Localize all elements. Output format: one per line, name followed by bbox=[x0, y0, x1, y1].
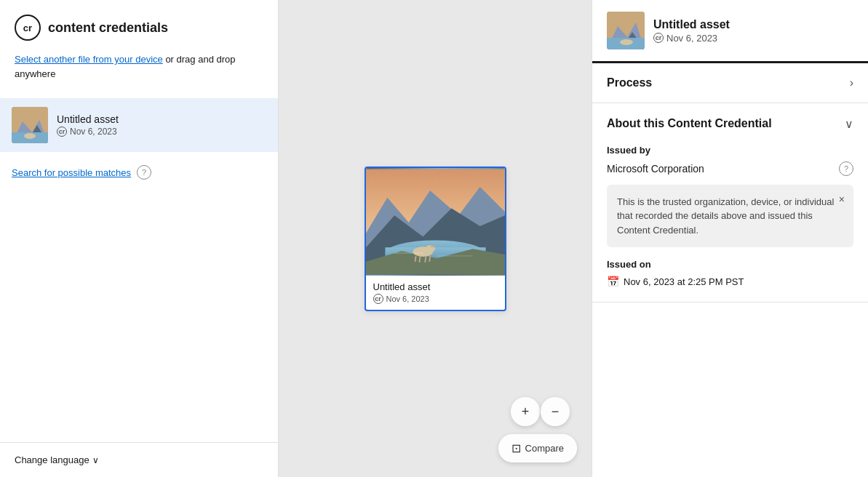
process-section-title: Process bbox=[607, 76, 652, 89]
change-language-button[interactable]: Change language ∨ bbox=[15, 454, 263, 465]
svg-line-17 bbox=[431, 244, 432, 247]
image-card[interactable]: Untitled asset cr Nov 6, 2023 bbox=[365, 167, 506, 311]
select-file-link[interactable]: Select another file from your device bbox=[15, 54, 163, 65]
chevron-down-icon: ∨ bbox=[92, 455, 99, 465]
zoom-in-button[interactable]: + bbox=[511, 397, 540, 426]
sidebar-footer: Change language ∨ bbox=[0, 442, 278, 477]
rp-asset-date: cr Nov 6, 2023 bbox=[653, 33, 730, 44]
svg-line-14 bbox=[419, 256, 420, 262]
issued-by-label: Issued by bbox=[607, 145, 853, 156]
about-chevron-icon: ∨ bbox=[845, 117, 853, 131]
image-card-footer: Untitled asset cr Nov 6, 2023 bbox=[366, 276, 505, 310]
issued-on-date: 📅 Nov 6, 2023 at 2:25 PM PST bbox=[607, 276, 853, 287]
issued-on-label: Issued on bbox=[607, 259, 853, 270]
asset-list-item[interactable]: Untitled asset cr Nov 6, 2023 bbox=[0, 98, 278, 152]
select-file-text: Select another file from your device or … bbox=[15, 52, 263, 81]
tooltip-close-button[interactable]: × bbox=[839, 192, 845, 207]
sidebar-header: cr content credentials Select another fi… bbox=[0, 0, 278, 92]
rp-asset-header: Untitled asset cr Nov 6, 2023 bbox=[592, 0, 868, 63]
calendar-icon: 📅 bbox=[607, 276, 619, 287]
thumbnail-image bbox=[12, 107, 48, 143]
tooltip-box: This is the trusted organization, device… bbox=[607, 185, 853, 248]
issued-by-row: Microsoft Corporation ? bbox=[607, 161, 853, 176]
process-chevron-right-icon: › bbox=[850, 76, 853, 89]
about-section-header[interactable]: About this Content Credential ∨ bbox=[592, 103, 868, 145]
process-section-header[interactable]: Process › bbox=[592, 63, 868, 103]
search-matches-help-icon[interactable]: ? bbox=[137, 165, 151, 180]
rp-asset-info: Untitled asset cr Nov 6, 2023 bbox=[653, 18, 730, 44]
search-matches-link[interactable]: Search for possible matches bbox=[12, 167, 131, 178]
asset-name: Untitled asset bbox=[57, 113, 119, 125]
rp-cr-badge: cr bbox=[653, 33, 664, 43]
image-card-name: Untitled asset bbox=[373, 281, 498, 292]
svg-line-15 bbox=[425, 256, 426, 262]
rp-asset-thumbnail bbox=[607, 12, 645, 49]
svg-point-25 bbox=[620, 39, 633, 45]
mountain-svg bbox=[366, 168, 505, 276]
image-card-date: cr Nov 6, 2023 bbox=[373, 294, 498, 304]
app-title: content credentials bbox=[48, 20, 168, 36]
image-card-cr-badge: cr bbox=[373, 294, 383, 304]
asset-thumbnail bbox=[12, 107, 48, 143]
svg-line-13 bbox=[415, 256, 415, 262]
sidebar: cr content credentials Select another fi… bbox=[0, 0, 279, 477]
issued-by-name: Microsoft Corporation bbox=[607, 163, 704, 175]
content-credentials-logo-icon: cr bbox=[15, 15, 41, 41]
about-section-title: About this Content Credential bbox=[607, 116, 772, 132]
compare-icon: ⊡ bbox=[511, 441, 521, 455]
image-card-artwork bbox=[366, 168, 505, 276]
svg-line-16 bbox=[429, 256, 430, 262]
sidebar-spacer bbox=[0, 191, 278, 442]
rp-asset-name: Untitled asset bbox=[653, 18, 730, 31]
issued-by-help-icon[interactable]: ? bbox=[839, 161, 853, 176]
tooltip-text: This is the trusted organization, device… bbox=[617, 196, 834, 236]
right-panel: Untitled asset cr Nov 6, 2023 Process › … bbox=[592, 0, 868, 477]
zoom-controls: + − bbox=[511, 397, 570, 426]
about-section-content: Issued by Microsoft Corporation ? This i… bbox=[592, 145, 868, 302]
about-section: About this Content Credential ∨ Issued b… bbox=[592, 103, 868, 302]
cr-badge: cr bbox=[57, 127, 67, 137]
search-matches-row: Search for possible matches ? bbox=[0, 158, 278, 191]
zoom-out-button[interactable]: − bbox=[541, 397, 570, 426]
logo-area: cr content credentials bbox=[15, 15, 263, 41]
asset-info: Untitled asset cr Nov 6, 2023 bbox=[57, 113, 119, 137]
compare-button[interactable]: ⊡ Compare bbox=[498, 434, 577, 462]
asset-date: cr Nov 6, 2023 bbox=[57, 127, 119, 137]
rp-thumbnail-svg bbox=[607, 12, 645, 49]
main-canvas: Untitled asset cr Nov 6, 2023 + − ⊡ Comp… bbox=[279, 0, 592, 477]
process-section: Process › bbox=[592, 63, 868, 103]
svg-point-4 bbox=[24, 133, 36, 139]
